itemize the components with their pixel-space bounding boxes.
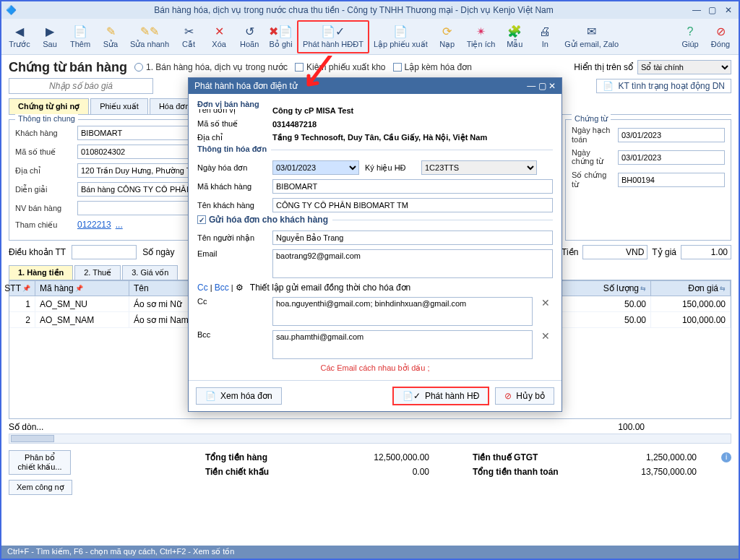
display-ledger-select[interactable]: Sổ tài chính xyxy=(637,60,731,74)
dialog-close-icon[interactable]: ✕ xyxy=(548,81,556,91)
print-button[interactable]: 🖨In xyxy=(530,20,560,53)
view-debt-button[interactable]: Xem công nợ xyxy=(9,480,72,495)
rate-label: Tỷ giá xyxy=(652,247,676,257)
maximize-icon[interactable]: ▢ xyxy=(707,5,718,15)
tab-tax[interactable]: 2. Thuế xyxy=(74,265,121,280)
window-titlebar: 🔷 Bán hàng hóa, dịch vụ trong nước chưa … xyxy=(1,1,739,19)
window-title: Bán hàng hóa, dịch vụ trong nước chưa th… xyxy=(154,5,554,15)
dialog-maximize-icon[interactable]: ▢ xyxy=(538,81,546,91)
payment-term-input[interactable] xyxy=(72,245,137,259)
help-button[interactable]: ?Giúp xyxy=(675,20,705,53)
cancel-button[interactable]: ⊘Hủy bỏ xyxy=(495,387,554,405)
close-button[interactable]: ⊘Đóng xyxy=(705,20,736,53)
cc-toggle-link[interactable]: Cc xyxy=(197,283,208,293)
app-icon: 🔷 xyxy=(6,5,17,15)
invoice-date-select[interactable]: 03/01/2023 xyxy=(272,160,359,175)
template-button[interactable]: 🧩Mẫu xyxy=(499,20,530,53)
quote-search-input[interactable] xyxy=(9,78,153,94)
seller-address: Tầng 9 Technosoft, Duy Tân, Cầu Giấy, Hà… xyxy=(272,133,487,142)
bcc-toggle-link[interactable]: Bcc xyxy=(215,283,229,293)
page-title: Chứng từ bán hàng xyxy=(9,59,127,75)
with-invoice-check[interactable]: Lập kèm hóa đơn xyxy=(393,62,472,72)
issue-invoice-button[interactable]: 📄✓Phát hành HĐ xyxy=(392,387,489,405)
with-delivery-check[interactable]: Kiêm phiếu xuất kho xyxy=(295,62,385,72)
preview-invoice-button[interactable]: 📄Xem hóa đơn xyxy=(196,387,282,405)
check-business-status-button[interactable]: 📄KT tình trạng hoạt động DN xyxy=(596,79,731,93)
recipient-email-input[interactable] xyxy=(272,249,553,278)
bcc-input[interactable] xyxy=(272,330,533,359)
utility-button[interactable]: ✴Tiện ích xyxy=(462,20,500,53)
allocate-discount-button[interactable]: Phân bổ chiết khấu... xyxy=(9,450,71,475)
add-button[interactable]: 📄Thêm xyxy=(65,20,95,53)
currency-input[interactable] xyxy=(582,245,648,259)
voucher-panel: Chứng từ Ngày hạch toán Ngày chứng từ Số… xyxy=(565,119,731,241)
seller-taxcode: 0314487218 xyxy=(272,120,317,129)
delete-button[interactable]: ✕Xóa xyxy=(204,20,234,53)
nav-prev-button[interactable]: ◀Trước xyxy=(4,20,35,53)
gear-icon[interactable]: ⚙ xyxy=(236,283,244,293)
posting-date-input[interactable] xyxy=(618,128,725,142)
issue-einvoice-dialog: Phát hành hóa đơn điện tử — ▢ ✕ Đơn vị b… xyxy=(188,77,562,412)
exchange-rate-input[interactable] xyxy=(681,245,731,259)
qty-sum: 100.00 xyxy=(572,422,652,432)
unrecord-button[interactable]: ✖📄Bỏ ghi xyxy=(264,20,297,53)
cut-button[interactable]: ✂Cắt xyxy=(173,20,204,53)
reference-link[interactable]: 0122213 xyxy=(77,220,111,230)
create-delivery-button[interactable]: 📄Lập phiếu xuất xyxy=(369,20,432,53)
edit-button[interactable]: ✎Sửa xyxy=(95,20,126,53)
horizontal-scrollbar[interactable] xyxy=(9,434,731,444)
dialog-minimize-icon[interactable]: — xyxy=(527,81,535,91)
status-bar: Ctrl+F - Tìm kiếm, F6 - chọn mã quy cách… xyxy=(1,546,739,559)
preview-icon: 📄 xyxy=(205,391,216,401)
tab-delivery[interactable]: Phiếu xuất xyxy=(90,98,148,114)
tab-cogs[interactable]: 3. Giá vốn xyxy=(122,265,178,280)
payment-term-label: Điều khoản TT xyxy=(9,247,66,257)
issue-einvoice-button[interactable]: 📄✓Phát hành HĐĐT xyxy=(297,20,369,53)
dialog-title: Phát hành hóa đơn điện tử xyxy=(194,81,298,91)
close-icon[interactable]: ✕ xyxy=(723,5,734,15)
minimize-icon[interactable]: — xyxy=(691,5,702,15)
sale-type-radio[interactable]: 1. Bán hàng hóa, dịch vụ trong nước xyxy=(134,62,288,72)
send-invoice-check[interactable]: ✓Gửi hóa đơn cho khách hàng xyxy=(197,215,332,225)
nav-next-button[interactable]: ▶Sau xyxy=(35,20,65,53)
quick-edit-button[interactable]: ✎✎Sửa nhanh xyxy=(126,20,173,53)
issue-icon: 📄✓ xyxy=(403,391,421,401)
send-email-button[interactable]: ✉Gửi email, Zalo xyxy=(560,20,623,53)
days-label: Số ngày xyxy=(142,247,174,257)
cancel-icon: ⊘ xyxy=(504,391,512,401)
tab-items[interactable]: 1. Hàng tiền xyxy=(9,265,73,280)
inv-customer-name-input[interactable] xyxy=(272,198,553,212)
postpone-button[interactable]: ↺Hoãn xyxy=(234,20,264,53)
seller-name: Công ty cP MISA Test xyxy=(272,106,353,115)
row-count-label: Số dòn... xyxy=(9,422,59,432)
voucher-date-input[interactable] xyxy=(618,150,725,165)
reference-more-link[interactable]: ... xyxy=(116,220,123,230)
info-icon[interactable]: i xyxy=(721,452,731,462)
cc-clear-icon[interactable]: ✕ xyxy=(538,297,553,309)
currency-label: Tiền xyxy=(562,247,578,257)
reload-button[interactable]: ⟳Nạp xyxy=(432,20,462,53)
email-separator-hint: Các Email cách nhau bởi dấu ; xyxy=(197,363,553,373)
bcc-clear-icon[interactable]: ✕ xyxy=(538,330,553,342)
inv-customer-code-input[interactable] xyxy=(272,179,553,194)
voucher-no-input[interactable] xyxy=(618,173,725,187)
recipient-name-input[interactable] xyxy=(272,231,553,245)
tab-debit-note[interactable]: Chứng từ ghi nợ xyxy=(9,98,89,114)
cc-input[interactable] xyxy=(272,297,533,326)
main-toolbar: ◀Trước ▶Sau 📄Thêm ✎Sửa ✎✎Sửa nhanh ✂Cắt … xyxy=(1,19,739,55)
doc-icon: 📄 xyxy=(603,81,614,91)
invoice-series-select[interactable]: 1C23TTS xyxy=(421,160,537,175)
display-ledger-label: Hiển thị trên sổ xyxy=(574,62,633,72)
